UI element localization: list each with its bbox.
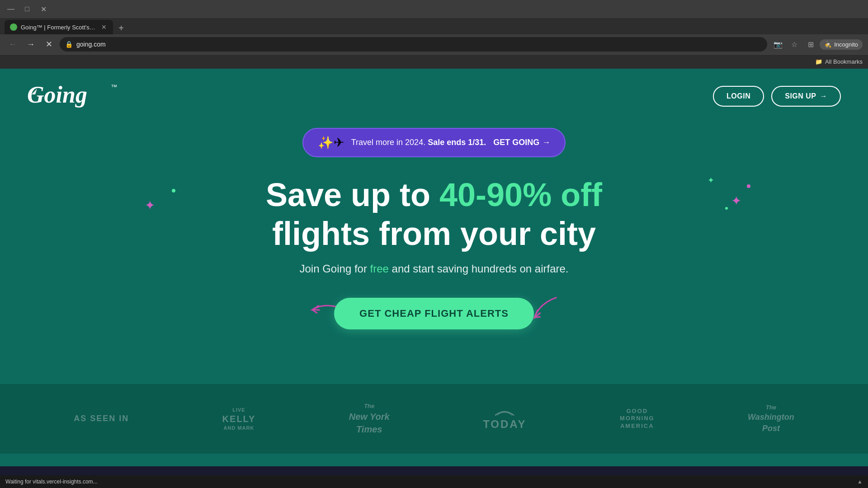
incognito-label: Incognito	[834, 41, 858, 48]
camera-icon[interactable]: 📷	[771, 37, 785, 52]
back-button[interactable]: ←	[5, 37, 20, 52]
bookmark-icon[interactable]: ☆	[787, 37, 802, 52]
kelly-mark-line2: KELLY	[222, 413, 256, 425]
status-bar: Waiting for vitals.vercel-insights.com..…	[0, 475, 868, 488]
press-section: AS SEEN IN LIVE KELLY AND MARK The New Y…	[0, 384, 868, 454]
promo-cta-text: GET GOING	[493, 138, 539, 147]
hero-section: ✦ ✦ ✦ Save up to 40-90% off flights from…	[0, 171, 868, 384]
hero-title-accent: 40-90% off	[439, 177, 602, 213]
plane-sparkle-icon: ✨✈	[318, 135, 344, 150]
browser-titlebar: — □ ✕	[0, 0, 868, 18]
site-logo: Going ™	[27, 78, 127, 114]
browser-chrome: — □ ✕ Going™ | Formerly Scott's Che... ✕…	[0, 0, 868, 69]
wapo-line1: The	[748, 404, 794, 412]
active-tab[interactable]: Going™ | Formerly Scott's Che... ✕	[5, 20, 113, 34]
nyt-line1: The	[349, 402, 390, 410]
press-label: AS SEEN IN	[74, 414, 129, 423]
login-button[interactable]: LOGIN	[713, 86, 764, 107]
get-cheap-flights-button[interactable]: GET CHEAP FLIGHT ALERTS	[334, 298, 534, 329]
promo-cta: GET GOING →	[493, 138, 550, 147]
sidebar-icon[interactable]: ⊞	[803, 37, 818, 52]
sparkle-decoration-3: ✦	[708, 175, 714, 185]
toolbar-right: 📷 ☆ ⊞ 🕵️ Incognito	[771, 37, 863, 52]
window-maximize-button[interactable]: □	[21, 3, 33, 15]
promo-text-normal: Travel more in 2024.	[351, 138, 425, 147]
sparkle-dot-3	[725, 207, 728, 210]
press-logo-today: TODAY	[483, 407, 526, 431]
promo-text: Travel more in 2024. Sale ends 1/31.	[351, 138, 486, 147]
incognito-button[interactable]: 🕵️ Incognito	[820, 39, 863, 50]
arrow-icon: →	[820, 92, 828, 100]
svg-text:Going: Going	[27, 82, 87, 108]
website-content: Going ™ LOGIN SIGN UP → ✨✈ Travel more i…	[0, 69, 868, 466]
reload-button[interactable]: ✕	[42, 37, 56, 52]
svg-text:™: ™	[111, 83, 117, 90]
subtitle-free: free	[370, 263, 389, 275]
sparkle-dot-1	[172, 189, 175, 192]
incognito-icon: 🕵️	[824, 41, 831, 48]
gma-line2: MORNING	[620, 415, 655, 422]
hero-subtitle: Join Going for free and start saving hun…	[27, 263, 841, 275]
bookmarks-bar: 📁 All Bookmarks	[0, 54, 868, 69]
wapo-line2: Washington	[748, 412, 794, 423]
press-logo-wapo: The Washington Post	[748, 404, 794, 435]
bookmarks-label: All Bookmarks	[825, 58, 863, 65]
window-close-button[interactable]: ✕	[37, 3, 50, 15]
nyt-line3: Times	[349, 423, 390, 436]
browser-toolbar: ← → ✕ 🔒 going.com 📷 ☆ ⊞ 🕵️ Incognito	[0, 34, 868, 54]
sparkle-decoration-2: ✦	[731, 193, 741, 208]
status-text: Waiting for vitals.vercel-insights.com..…	[5, 479, 98, 485]
address-bar[interactable]: 🔒 going.com	[60, 37, 767, 52]
tab-favicon	[10, 23, 17, 31]
sparkle-dot-2	[747, 184, 750, 188]
hero-title-prefix: Save up to	[266, 177, 439, 213]
signup-button[interactable]: SIGN UP →	[771, 86, 841, 107]
signup-label: SIGN UP	[785, 92, 816, 100]
promo-banner[interactable]: ✨✈ Travel more in 2024. Sale ends 1/31. …	[302, 128, 566, 157]
subtitle-suffix: and start saving hundreds on airfare.	[389, 263, 569, 275]
nyt-line2: New York	[349, 410, 390, 423]
promo-text-bold: Sale ends 1/31.	[428, 138, 486, 147]
cta-container: GET CHEAP FLIGHT ALERTS	[27, 298, 841, 330]
wapo-line3: Post	[748, 423, 794, 434]
tab-title: Going™ | Formerly Scott's Che...	[21, 24, 97, 31]
promo-arrow-icon: →	[542, 138, 550, 147]
kelly-mark-line3: AND MARK	[222, 425, 256, 431]
press-logo-kelly-mark: LIVE KELLY AND MARK	[222, 407, 256, 432]
kelly-mark-line1: LIVE	[222, 407, 256, 413]
press-logo-nyt: The New York Times	[349, 402, 390, 436]
site-header: Going ™ LOGIN SIGN UP →	[0, 69, 868, 123]
today-rainbow-svg	[493, 407, 516, 416]
sparkle-decoration-1: ✦	[145, 198, 155, 213]
gma-line3: AMERICA	[620, 422, 655, 430]
forward-button[interactable]: →	[24, 37, 38, 52]
folder-icon: 📁	[815, 58, 822, 65]
hero-title: Save up to 40-90% off flights from your …	[27, 175, 841, 253]
logo-text: Going ™	[27, 78, 127, 114]
url-display: going.com	[76, 41, 762, 48]
subtitle-prefix: Join Going for	[299, 263, 370, 275]
status-right: ▲	[857, 479, 863, 485]
hero-title-suffix: flights from your city	[272, 216, 596, 252]
lock-icon: 🔒	[65, 41, 73, 48]
new-tab-button[interactable]: +	[115, 22, 127, 34]
window-minimize-button[interactable]: —	[5, 3, 17, 15]
tab-close-button[interactable]: ✕	[100, 23, 108, 32]
header-nav: LOGIN SIGN UP →	[713, 86, 841, 107]
logo-svg: Going ™	[27, 78, 127, 109]
gma-line1: GOOD	[620, 408, 655, 415]
tab-bar: Going™ | Formerly Scott's Che... ✕ +	[0, 18, 868, 34]
today-text: TODAY	[483, 418, 526, 431]
press-logo-gma: GOOD MORNING AMERICA	[620, 408, 655, 431]
